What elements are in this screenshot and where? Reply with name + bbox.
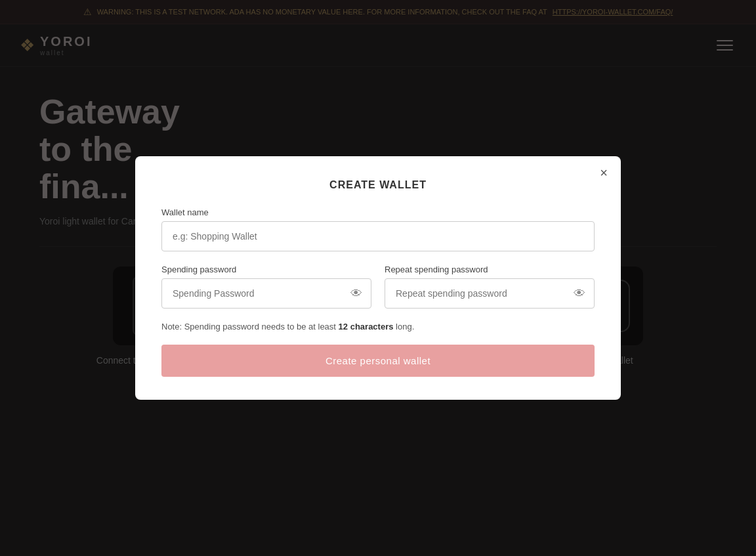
note-highlight: 12 characters [339, 322, 394, 331]
spending-password-toggle[interactable]: 👁 [350, 287, 362, 301]
password-note: Note: Spending password needs to be at l… [161, 322, 595, 331]
wallet-name-label: Wallet name [161, 207, 595, 217]
spending-password-input[interactable] [161, 278, 371, 309]
modal-close-button[interactable]: × [600, 166, 608, 179]
spending-password-wrap: 👁 [161, 278, 371, 309]
repeat-password-label: Repeat spending password [385, 265, 595, 274]
create-wallet-modal: CREATE WALLET × Wallet name Spending pas… [135, 156, 621, 400]
repeat-password-input[interactable] [385, 278, 595, 309]
repeat-password-group: Repeat spending password 👁 [385, 265, 595, 309]
repeat-password-wrap: 👁 [385, 278, 595, 309]
spending-password-group: Spending password 👁 [161, 265, 371, 309]
note-prefix: Note: Spending password needs to be at l… [161, 322, 336, 331]
modal-overlay: CREATE WALLET × Wallet name Spending pas… [0, 0, 756, 556]
repeat-password-toggle[interactable]: 👁 [574, 287, 585, 301]
modal-title: CREATE WALLET [161, 179, 595, 191]
wallet-name-input[interactable] [161, 221, 595, 251]
password-row: Spending password 👁 Repeat spending pass… [161, 265, 595, 309]
note-suffix: long. [396, 322, 414, 331]
spending-password-label: Spending password [161, 265, 371, 274]
create-wallet-button[interactable]: Create personal wallet [161, 345, 595, 377]
wallet-name-group: Wallet name [161, 207, 595, 251]
